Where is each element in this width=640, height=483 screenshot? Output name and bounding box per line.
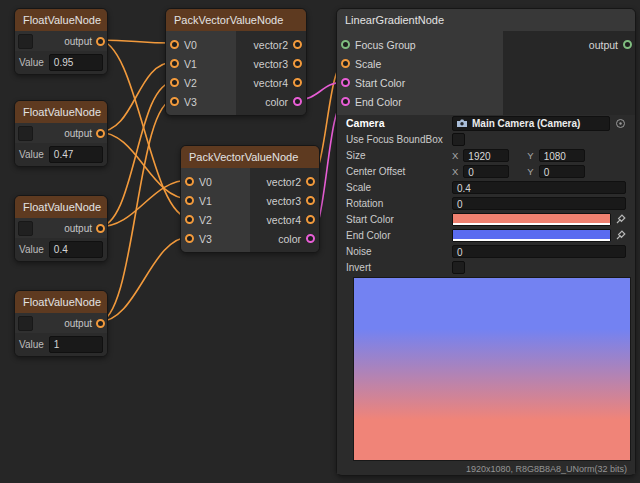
output-port[interactable] <box>306 196 315 205</box>
output-port[interactable] <box>306 215 315 224</box>
input-port[interactable] <box>185 234 194 243</box>
input-port[interactable] <box>185 196 194 205</box>
node-title[interactable]: PackVectorValueNode <box>181 146 319 168</box>
input-row: Scale <box>337 54 503 73</box>
output-row: output <box>15 31 107 51</box>
center-x-field[interactable]: 0 <box>463 165 509 178</box>
input-row: V1 <box>181 191 250 210</box>
node-title[interactable]: LinearGradientNode <box>337 9 635 31</box>
end-color-port[interactable] <box>341 97 350 106</box>
output-port[interactable] <box>96 224 105 233</box>
end-color-swatch[interactable] <box>452 229 611 242</box>
value-label: Value <box>19 244 44 255</box>
focus-group-port[interactable] <box>341 40 350 49</box>
port-label: V2 <box>184 77 197 89</box>
node-graph-canvas[interactable]: FloatValueNode output Value 0.95 FloatVa… <box>0 0 640 483</box>
value-label: Value <box>19 149 44 160</box>
output-port[interactable] <box>306 234 315 243</box>
float-value-node-1[interactable]: FloatValueNode output Value 0.95 <box>14 8 108 75</box>
x-axis-label: X <box>452 150 458 161</box>
output-row: vector4 <box>236 73 306 92</box>
input-row: V0 <box>166 35 236 54</box>
node-title[interactable]: PackVectorValueNode <box>166 9 306 31</box>
center-offset-label: Center Offset <box>346 166 452 177</box>
camera-row: Camera Main Camera (Camera) <box>337 115 635 131</box>
node-title[interactable]: FloatValueNode <box>15 9 107 31</box>
output-row: vector2 <box>250 172 319 191</box>
end-color-eyedropper-button[interactable] <box>616 230 626 240</box>
size-x-field[interactable]: 1920 <box>463 149 509 162</box>
output-port[interactable] <box>96 37 105 46</box>
value-field[interactable]: 0.4 <box>49 241 103 258</box>
value-field[interactable]: 1 <box>49 336 103 353</box>
invert-checkbox[interactable] <box>452 261 465 274</box>
float-value-node-2[interactable]: FloatValueNode output Value 0.47 <box>14 100 108 167</box>
input-port[interactable] <box>170 59 179 68</box>
eyedropper-icon <box>616 214 626 224</box>
input-row: V1 <box>166 54 236 73</box>
value-field[interactable]: 0.47 <box>49 146 103 163</box>
start-color-port[interactable] <box>341 78 350 87</box>
output-port[interactable] <box>623 40 632 49</box>
output-port[interactable] <box>293 59 302 68</box>
camera-object-name: Main Camera (Camera) <box>472 118 580 129</box>
input-row: V3 <box>181 229 250 248</box>
input-row: Focus Group <box>337 35 503 54</box>
x-axis-label: X <box>452 166 458 177</box>
object-picker-button[interactable] <box>615 118 626 129</box>
input-container: Focus Group Scale Start Color End Color <box>337 31 503 115</box>
collapse-box[interactable] <box>18 316 33 331</box>
center-y-field[interactable]: 0 <box>539 165 585 178</box>
pack-vector-node-1[interactable]: PackVectorValueNode V0 V1 V2 V3 vector2 … <box>165 8 307 116</box>
output-row: output <box>586 35 635 54</box>
node-title[interactable]: FloatValueNode <box>15 291 107 313</box>
input-port[interactable] <box>170 40 179 49</box>
float-value-node-3[interactable]: FloatValueNode output Value 0.4 <box>14 195 108 262</box>
input-port[interactable] <box>170 97 179 106</box>
output-row: output <box>15 123 107 143</box>
start-color-swatch[interactable] <box>452 213 611 226</box>
value-row: Value 0.4 <box>15 238 107 261</box>
input-row: End Color <box>337 92 503 111</box>
output-port[interactable] <box>293 97 302 106</box>
node-title[interactable]: FloatValueNode <box>15 196 107 218</box>
linear-gradient-node[interactable]: LinearGradientNode Focus Group Scale Sta… <box>336 8 636 476</box>
output-port[interactable] <box>293 40 302 49</box>
noise-label: Noise <box>346 246 452 257</box>
collapse-box[interactable] <box>18 34 33 49</box>
connection-edge[interactable] <box>98 62 174 132</box>
value-field[interactable]: 0.95 <box>49 54 103 71</box>
camera-object-field[interactable]: Main Camera (Camera) <box>452 116 610 131</box>
output-port[interactable] <box>293 78 302 87</box>
scale-port[interactable] <box>341 59 350 68</box>
port-label: vector3 <box>267 195 301 207</box>
use-focus-checkbox[interactable] <box>452 133 465 146</box>
output-row: output <box>15 218 107 238</box>
output-container: vector2 vector3 vector4 color <box>236 31 306 115</box>
scale-field[interactable]: 0.4 <box>452 181 626 194</box>
port-label: Scale <box>355 58 381 70</box>
output-port[interactable] <box>96 319 105 328</box>
start-color-label: Start Color <box>346 214 452 225</box>
port-label: output <box>589 39 618 51</box>
collapse-box[interactable] <box>18 221 33 236</box>
port-label: vector2 <box>254 39 288 51</box>
output-port[interactable] <box>306 177 315 186</box>
collapse-box[interactable] <box>18 126 33 141</box>
rotation-field[interactable]: 0 <box>452 197 626 210</box>
input-port[interactable] <box>170 78 179 87</box>
port-label: Focus Group <box>355 39 416 51</box>
output-port[interactable] <box>96 129 105 138</box>
node-title[interactable]: FloatValueNode <box>15 101 107 123</box>
noise-field[interactable]: 0 <box>452 245 626 258</box>
connection-edge[interactable] <box>98 40 174 43</box>
size-y-field[interactable]: 1080 <box>539 149 585 162</box>
pack-vector-node-2[interactable]: PackVectorValueNode V0 V1 V2 V3 vector2 … <box>180 145 320 253</box>
start-color-eyedropper-button[interactable] <box>616 214 626 224</box>
input-port[interactable] <box>185 215 194 224</box>
port-section: Focus Group Scale Start Color End Color … <box>337 31 635 115</box>
output-port-label: output <box>64 318 96 329</box>
input-port[interactable] <box>185 177 194 186</box>
float-value-node-4[interactable]: FloatValueNode output Value 1 <box>14 290 108 357</box>
start-color-row: Start Color <box>337 211 635 227</box>
